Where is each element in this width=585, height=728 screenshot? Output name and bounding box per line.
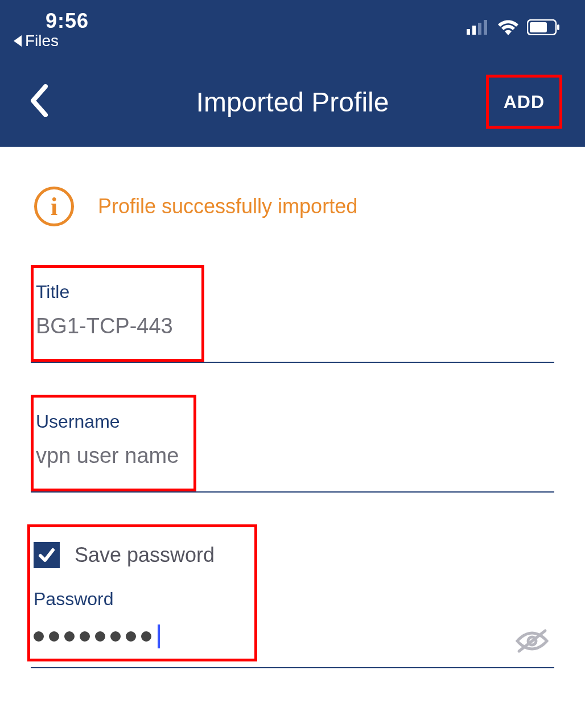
chevron-left-icon bbox=[28, 84, 48, 117]
content-area: i Profile successfully imported Title BG… bbox=[0, 147, 585, 668]
info-banner: i Profile successfully imported bbox=[31, 187, 554, 226]
svg-rect-0 bbox=[467, 29, 470, 35]
check-icon bbox=[37, 545, 56, 565]
add-button-highlight: ADD bbox=[486, 75, 562, 129]
text-cursor bbox=[158, 624, 160, 648]
title-field: Title BG1-TCP-443 bbox=[31, 265, 554, 363]
page-title: Imported Profile bbox=[196, 86, 389, 118]
back-app-label: Files bbox=[25, 32, 59, 50]
back-to-files-link[interactable]: Files bbox=[14, 32, 59, 50]
password-label: Password bbox=[34, 589, 215, 610]
cellular-signal-icon bbox=[467, 20, 489, 35]
svg-rect-2 bbox=[478, 23, 481, 35]
divider bbox=[31, 362, 554, 363]
nav-header: Imported Profile ADD bbox=[0, 57, 585, 147]
toggle-password-visibility-icon[interactable] bbox=[513, 627, 551, 657]
info-icon: i bbox=[34, 187, 74, 226]
divider bbox=[31, 667, 554, 668]
back-triangle-icon bbox=[14, 35, 22, 47]
back-button[interactable] bbox=[28, 84, 48, 119]
status-time: 9:56 bbox=[46, 9, 89, 33]
password-input[interactable] bbox=[34, 624, 215, 648]
svg-rect-5 bbox=[530, 22, 547, 32]
add-button[interactable]: ADD bbox=[489, 78, 559, 126]
password-block: Save password Password bbox=[31, 524, 554, 668]
svg-rect-1 bbox=[472, 26, 476, 35]
save-password-checkbox[interactable] bbox=[34, 542, 60, 568]
username-field: Username vpn user name bbox=[31, 395, 554, 493]
divider bbox=[31, 491, 554, 493]
svg-rect-3 bbox=[484, 20, 487, 35]
save-password-label: Save password bbox=[75, 543, 215, 567]
status-bar: 9:56 Files bbox=[0, 0, 585, 57]
battery-icon bbox=[527, 19, 560, 35]
wifi-icon bbox=[497, 19, 519, 35]
title-input[interactable]: BG1-TCP-443 bbox=[36, 314, 173, 351]
username-highlight: Username vpn user name bbox=[31, 395, 196, 491]
username-input[interactable]: vpn user name bbox=[36, 444, 179, 481]
title-highlight: Title BG1-TCP-443 bbox=[31, 265, 204, 362]
password-highlight: Save password Password bbox=[27, 524, 257, 661]
username-label: Username bbox=[36, 411, 179, 432]
title-label: Title bbox=[36, 282, 173, 303]
status-icons bbox=[467, 19, 560, 35]
save-password-row[interactable]: Save password bbox=[34, 542, 215, 568]
svg-rect-6 bbox=[557, 24, 559, 30]
info-message: Profile successfully imported bbox=[98, 195, 357, 218]
